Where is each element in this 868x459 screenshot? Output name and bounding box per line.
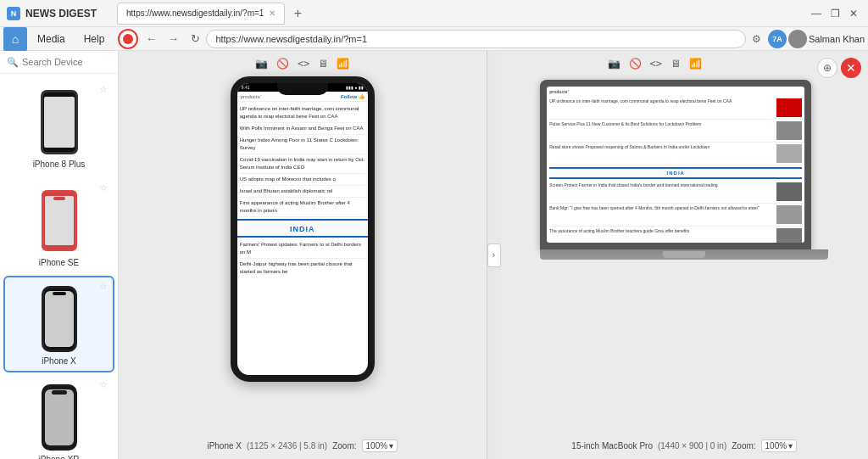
- content-area: 📷 🚫 <> 🖥 📶 9:41 ▮▮▮ ● ▮▮: [119, 51, 868, 459]
- close-button[interactable]: ✕: [846, 6, 861, 21]
- reload-button[interactable]: ↻: [186, 30, 204, 48]
- device-name-iphonex: iPhone X: [42, 356, 76, 366]
- zoom-select-right[interactable]: 100% ▾: [761, 439, 798, 452]
- app-icon: N: [7, 7, 20, 20]
- pane-divider: ›: [487, 51, 501, 459]
- url-bar[interactable]: https://www.newsdigestdaily.in/?m=1: [206, 30, 746, 48]
- minimize-button[interactable]: —: [809, 6, 824, 21]
- left-pane-toolbar: 📷 🚫 <> 🖥 📶: [255, 58, 349, 70]
- zoom-select-left[interactable]: 100% ▾: [362, 439, 398, 452]
- sidebar: 🔍 « ☆ iPhone 8 Plus ☆: [0, 51, 119, 459]
- tab-bar: https://www.newsdigestdaily.in/?m=1 ✕ +: [117, 3, 307, 25]
- home-icon: ⌂: [12, 32, 19, 46]
- sidebar-item-iphonexr[interactable]: ☆ iPhone XR: [3, 374, 114, 459]
- home-button[interactable]: ⌂: [3, 27, 27, 51]
- resolution-right: (1440 × 900 | 0 in): [658, 441, 726, 451]
- right-preview-pane: ✕ ⊕ 📷 🚫 <> 🖥 📶 products': [501, 51, 869, 459]
- left-pane-status: iPhone X (1125 × 2436 | 5.8 in) Zoom: 10…: [207, 434, 398, 452]
- tool-wifi-left[interactable]: 📶: [337, 58, 349, 70]
- device-label-left: iPhone X: [207, 441, 242, 451]
- device-thumb-iphonexr: [30, 381, 89, 453]
- close-pane-button[interactable]: ✕: [841, 58, 861, 78]
- app-title: NEWS DIGEST: [25, 8, 97, 20]
- laptop-lid: products' UP ordinance on inter-faith ma…: [540, 80, 811, 249]
- iphone-x-notch: [277, 83, 328, 95]
- right-pane-toolbar: 📷 🚫 <> 🖥 📶: [608, 58, 702, 70]
- user-name: Salman Khan: [809, 34, 865, 44]
- macbook-mock: products' UP ordinance on inter-faith ma…: [540, 80, 828, 260]
- device-thumb-iphonex: [30, 283, 89, 355]
- main-area: 🔍 « ☆ iPhone 8 Plus ☆: [0, 51, 868, 459]
- tool-screen-right[interactable]: 🖥: [670, 58, 681, 70]
- laptop-screen: products' UP ordinance on inter-faith ma…: [547, 87, 804, 243]
- nav-controls: ← → ↻: [118, 29, 204, 49]
- window-controls: — ❐ ✕: [809, 6, 861, 21]
- expand-button[interactable]: ›: [487, 243, 501, 267]
- device-list: ☆ iPhone 8 Plus ☆ iPhone SE: [0, 74, 118, 459]
- menu-media[interactable]: Media: [29, 30, 74, 48]
- record-button[interactable]: [118, 29, 138, 49]
- star-icon-xr[interactable]: ☆: [99, 379, 108, 390]
- title-bar: N NEWS DIGEST https://www.newsdigestdail…: [0, 0, 868, 27]
- forward-button[interactable]: →: [164, 30, 182, 48]
- settings-button[interactable]: ⚙: [748, 30, 766, 48]
- tool-block-left[interactable]: 🚫: [276, 58, 289, 70]
- settings-icon: ⚙: [752, 33, 761, 45]
- iphone-x-screen: 9:41 ▮▮▮ ● ▮▮ products' Follow 👍 UP ordi…: [237, 83, 368, 375]
- laptop-base: [540, 249, 828, 260]
- star-icon-x[interactable]: ☆: [99, 281, 108, 292]
- tool-wifi-right[interactable]: 📶: [689, 58, 702, 70]
- search-box: 🔍 «: [0, 51, 118, 74]
- device-thumb-iphonese: [30, 184, 89, 256]
- zoom-value-left: 100%: [366, 441, 388, 451]
- sidebar-item-iphone8plus[interactable]: ☆ iPhone 8 Plus: [3, 79, 114, 176]
- iphone-x-mock: 9:41 ▮▮▮ ● ▮▮ products' Follow 👍 UP ordi…: [231, 76, 375, 382]
- zoom-label-right: Zoom:: [732, 441, 755, 451]
- browser-tab[interactable]: https://www.newsdigestdaily.in/?m=1 ✕: [117, 3, 285, 25]
- zoom-value-right: 100%: [765, 441, 787, 451]
- device-name-iphonese: iPhone SE: [39, 258, 79, 267]
- iphone-x-body: 9:41 ▮▮▮ ● ▮▮ products' Follow 👍 UP ordi…: [231, 76, 375, 382]
- left-preview-pane: 📷 🚫 <> 🖥 📶 9:41 ▮▮▮ ● ▮▮: [119, 51, 487, 459]
- star-icon-se[interactable]: ☆: [99, 182, 108, 193]
- device-name-iphone8plus: iPhone 8 Plus: [33, 160, 86, 169]
- device-label-right: 15-inch MacBook Pro: [571, 441, 653, 451]
- resolution-left: (1125 × 2436 | 5.8 in): [247, 441, 327, 451]
- star-icon[interactable]: ☆: [99, 84, 108, 95]
- maximize-button[interactable]: ❐: [827, 6, 843, 21]
- user-badge: 7A: [768, 30, 787, 48]
- sidebar-item-iphonese[interactable]: ☆ iPhone SE: [3, 177, 114, 274]
- zoom-chevron-left: ▾: [389, 441, 393, 451]
- tool-camera-left[interactable]: 📷: [255, 58, 268, 70]
- add-tab-button[interactable]: +: [288, 4, 307, 23]
- laptop-notch: [663, 251, 705, 258]
- tab-url: https://www.newsdigestdaily.in/?m=1: [126, 8, 264, 18]
- record-indicator: [123, 34, 133, 44]
- device-thumb-iphone8plus: [30, 86, 89, 158]
- tool-block-right[interactable]: 🚫: [629, 58, 642, 70]
- search-icon: 🔍: [7, 57, 19, 68]
- menu-help[interactable]: Help: [75, 30, 114, 48]
- search-input[interactable]: [22, 57, 119, 67]
- title-bar-left: N NEWS DIGEST: [7, 7, 97, 20]
- device-name-iphonexr: iPhone XR: [39, 455, 80, 459]
- tool-camera-right[interactable]: 📷: [608, 58, 620, 70]
- avatar-button[interactable]: [788, 30, 807, 48]
- zoom-label-left: Zoom:: [332, 441, 356, 451]
- menu-bar: ⌂ Media Help ← → ↻ https://www.newsdiges…: [0, 27, 868, 51]
- tool-code-right[interactable]: <>: [650, 58, 662, 70]
- zoom-chevron-right: ▾: [788, 441, 793, 451]
- tool-screen-left[interactable]: 🖥: [318, 58, 328, 70]
- tab-close-icon[interactable]: ✕: [269, 8, 275, 18]
- url-text: https://www.newsdigestdaily.in/?m=1: [215, 34, 367, 44]
- right-pane-status: 15-inch MacBook Pro (1440 × 900 | 0 in) …: [571, 434, 797, 452]
- sidebar-item-iphonex[interactable]: ☆ iPhone X: [3, 276, 114, 372]
- action-button[interactable]: ⊕: [817, 58, 837, 78]
- back-button[interactable]: ←: [142, 30, 160, 48]
- tool-code-left[interactable]: <>: [298, 58, 309, 70]
